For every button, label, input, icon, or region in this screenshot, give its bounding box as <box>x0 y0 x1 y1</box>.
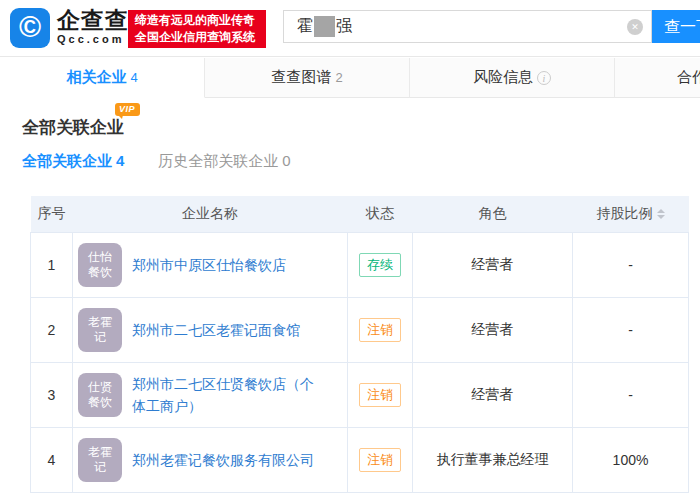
page: © 企查查 Qcc.com 缔造有远见的商业传奇 全国企业信用查询系统 霍强 ✕… <box>0 0 700 498</box>
col-header-status: 状态 <box>348 196 413 232</box>
role-cell: 经营者 <box>413 362 573 427</box>
col-header-company: 企业名称 <box>73 196 348 232</box>
redaction-box <box>314 16 335 37</box>
subtabs: 全部关联企业4 历史全部关联企业0 <box>22 152 291 171</box>
role-cell: 经营者 <box>413 232 573 297</box>
brand-slogan-banner: 缔造有远见的商业传奇 全国企业信用查询系统 <box>128 10 266 48</box>
tab-count: 2 <box>335 70 342 85</box>
brand-name: 企查查 <box>57 7 129 33</box>
subtab-count: 4 <box>116 152 124 169</box>
subtab-label: 历史全部关联企业 <box>158 152 278 169</box>
vip-badge: VIP <box>115 103 140 116</box>
col-header-share-label: 持股比例 <box>597 205 653 223</box>
share-cell: - <box>573 297 689 362</box>
qcc-logo-icon[interactable]: © <box>10 8 50 48</box>
row-index: 4 <box>31 427 73 492</box>
table-row: 2 老霍记 郑州市二七区老霍记面食馆 注销 经营者 - <box>31 297 689 362</box>
company-avatar: 老霍记 <box>78 438 122 482</box>
table-row: 3 仕贤餐饮 郑州市二七区仕贤餐饮店（个体工商户） 注销 经营者 - <box>31 362 689 427</box>
status-badge: 存续 <box>359 253 401 277</box>
tab-count: 4 <box>130 70 137 85</box>
role-cell: 经营者 <box>413 297 573 362</box>
tab-label: 合作伙伴 <box>677 68 700 87</box>
site-header: © 企查查 Qcc.com 缔造有远见的商业传奇 全国企业信用查询系统 霍强 ✕… <box>0 0 700 57</box>
col-header-role: 角色 <box>413 196 573 232</box>
main-tabbar: 相关企业 4 查查图谱 2 风险信息 i 合作伙伴 <box>0 58 700 98</box>
table-header-row: 序号 企业名称 状态 角色 持股比例 <box>31 196 689 232</box>
role-cell: 执行董事兼总经理 <box>413 427 573 492</box>
slogan-line1: 缔造有远见的商业传奇 <box>135 12 266 29</box>
table-row: 1 仕怡餐饮 郑州市中原区仕怡餐饮店 存续 经营者 - <box>31 232 689 297</box>
col-header-no: 序号 <box>31 196 73 232</box>
company-avatar: 仕怡餐饮 <box>78 243 122 287</box>
company-avatar: 老霍记 <box>78 308 122 352</box>
tab-chacha-graph[interactable]: 查查图谱 2 <box>205 58 410 98</box>
info-icon: i <box>537 71 551 85</box>
status-badge: 注销 <box>359 318 401 342</box>
subtab-count: 0 <box>282 152 290 169</box>
share-cell: - <box>573 362 689 427</box>
company-link[interactable]: 郑州市中原区仕怡餐饮店 <box>132 254 286 276</box>
row-index: 1 <box>31 232 73 297</box>
subtab-all-related[interactable]: 全部关联企业4 <box>22 152 124 171</box>
search-button[interactable]: 查一下 <box>652 10 700 43</box>
clear-search-icon[interactable]: ✕ <box>627 19 643 35</box>
company-link[interactable]: 郑州老霍记餐饮服务有限公司 <box>132 449 314 471</box>
tab-partners[interactable]: 合作伙伴 <box>615 58 700 98</box>
col-header-share: 持股比例 <box>573 196 689 232</box>
slogan-line2: 全国企业信用查询系统 <box>135 29 266 46</box>
logo-glyph: © <box>19 12 41 42</box>
subtab-history-related[interactable]: 历史全部关联企业0 <box>158 152 290 171</box>
status-badge: 注销 <box>359 448 401 472</box>
tab-related-companies[interactable]: 相关企业 4 <box>0 58 205 98</box>
share-cell: 100% <box>573 427 689 492</box>
status-badge: 注销 <box>359 383 401 407</box>
section-head: VIP 全部关联企业 <box>22 103 124 139</box>
company-avatar: 仕贤餐饮 <box>78 373 122 417</box>
company-link[interactable]: 郑州市二七区老霍记面食馆 <box>132 319 300 341</box>
table-row: 4 老霍记 郑州老霍记餐饮服务有限公司 注销 执行董事兼总经理 100% <box>31 427 689 492</box>
tab-risk-info[interactable]: 风险信息 i <box>410 58 615 98</box>
search-input[interactable]: 霍强 ✕ <box>283 10 652 43</box>
company-link[interactable]: 郑州市二七区仕贤餐饮店（个体工商户） <box>132 373 322 417</box>
share-cell: - <box>573 232 689 297</box>
tab-label: 查查图谱 <box>271 68 331 87</box>
search-text-prefix: 霍 <box>297 16 313 37</box>
subtab-label: 全部关联企业 <box>22 152 112 169</box>
brand-domain: Qcc.com <box>57 33 129 45</box>
related-companies-table: 序号 企业名称 状态 角色 持股比例 1 仕怡餐饮 郑州市中原区仕怡餐饮店 存续… <box>30 196 689 493</box>
tab-label: 相关企业 <box>66 68 126 87</box>
brand-text[interactable]: 企查查 Qcc.com <box>57 7 129 45</box>
tab-label: 风险信息 <box>473 68 533 87</box>
search-text-suffix: 强 <box>336 16 352 37</box>
row-index: 3 <box>31 362 73 427</box>
page-title: 全部关联企业 <box>22 103 124 139</box>
row-index: 2 <box>31 297 73 362</box>
sort-icon[interactable] <box>657 209 665 219</box>
